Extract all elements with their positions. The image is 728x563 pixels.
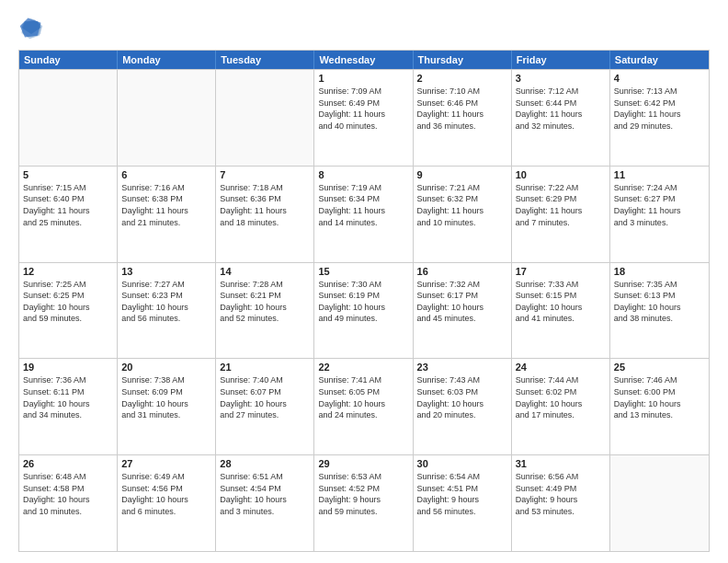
cell-info: Sunrise: 7:19 AM Sunset: 6:34 PM Dayligh… (318, 182, 408, 228)
calendar-cell: 25Sunrise: 7:46 AM Sunset: 6:00 PM Dayli… (610, 359, 709, 454)
cell-info: Sunrise: 7:16 AM Sunset: 6:38 PM Dayligh… (121, 182, 211, 228)
header-day-saturday: Saturday (610, 51, 709, 69)
calendar-cell (610, 455, 709, 551)
calendar-cell: 12Sunrise: 7:25 AM Sunset: 6:25 PM Dayli… (19, 263, 118, 359)
cell-info: Sunrise: 7:24 AM Sunset: 6:27 PM Dayligh… (614, 182, 705, 228)
cell-day-number: 20 (121, 362, 211, 373)
calendar-row-1: 1Sunrise: 7:09 AM Sunset: 6:49 PM Daylig… (19, 69, 709, 166)
header-day-tuesday: Tuesday (216, 51, 314, 69)
cell-day-number: 15 (318, 266, 408, 277)
calendar: SundayMondayTuesdayWednesdayThursdayFrid… (18, 50, 710, 552)
calendar-row-5: 26Sunrise: 6:48 AM Sunset: 4:58 PM Dayli… (19, 454, 709, 551)
cell-day-number: 19 (23, 362, 113, 373)
cell-info: Sunrise: 6:51 AM Sunset: 4:54 PM Dayligh… (220, 471, 310, 517)
calendar-body: 1Sunrise: 7:09 AM Sunset: 6:49 PM Daylig… (19, 69, 709, 551)
calendar-cell (216, 70, 314, 166)
calendar-cell: 2Sunrise: 7:10 AM Sunset: 6:46 PM Daylig… (414, 70, 512, 166)
cell-day-number: 12 (23, 266, 113, 277)
header-day-sunday: Sunday (19, 51, 118, 69)
cell-day-number: 25 (614, 362, 705, 373)
header-day-wednesday: Wednesday (314, 51, 413, 69)
cell-day-number: 22 (318, 362, 408, 373)
cell-info: Sunrise: 7:33 AM Sunset: 6:15 PM Dayligh… (516, 279, 606, 325)
cell-day-number: 21 (220, 362, 310, 373)
cell-info: Sunrise: 7:27 AM Sunset: 6:23 PM Dayligh… (121, 279, 211, 325)
calendar-cell: 29Sunrise: 6:53 AM Sunset: 4:52 PM Dayli… (314, 455, 413, 551)
calendar-cell (118, 70, 216, 166)
cell-day-number: 3 (516, 73, 606, 84)
cell-info: Sunrise: 7:28 AM Sunset: 6:21 PM Dayligh… (220, 279, 310, 325)
cell-info: Sunrise: 7:10 AM Sunset: 6:46 PM Dayligh… (417, 86, 507, 132)
calendar-cell: 28Sunrise: 6:51 AM Sunset: 4:54 PM Dayli… (216, 455, 314, 551)
cell-day-number: 4 (614, 73, 705, 84)
calendar-cell: 9Sunrise: 7:21 AM Sunset: 6:32 PM Daylig… (414, 167, 512, 262)
calendar-cell: 5Sunrise: 7:15 AM Sunset: 6:40 PM Daylig… (19, 167, 118, 262)
cell-info: Sunrise: 7:25 AM Sunset: 6:25 PM Dayligh… (23, 279, 113, 325)
cell-day-number: 26 (23, 458, 113, 469)
cell-info: Sunrise: 6:54 AM Sunset: 4:51 PM Dayligh… (417, 471, 507, 517)
cell-day-number: 18 (614, 266, 705, 277)
cell-day-number: 9 (417, 169, 507, 180)
cell-info: Sunrise: 6:53 AM Sunset: 4:52 PM Dayligh… (318, 471, 408, 517)
cell-day-number: 5 (23, 169, 113, 180)
page: SundayMondayTuesdayWednesdayThursdayFrid… (0, 0, 728, 563)
header-day-thursday: Thursday (414, 51, 512, 69)
calendar-row-3: 12Sunrise: 7:25 AM Sunset: 6:25 PM Dayli… (19, 262, 709, 359)
cell-day-number: 31 (516, 458, 606, 469)
calendar-cell: 10Sunrise: 7:22 AM Sunset: 6:29 PM Dayli… (512, 167, 610, 262)
cell-info: Sunrise: 7:41 AM Sunset: 6:05 PM Dayligh… (318, 374, 408, 420)
calendar-cell: 15Sunrise: 7:30 AM Sunset: 6:19 PM Dayli… (314, 263, 413, 359)
cell-info: Sunrise: 7:38 AM Sunset: 6:09 PM Dayligh… (121, 374, 211, 420)
cell-info: Sunrise: 7:43 AM Sunset: 6:03 PM Dayligh… (417, 374, 507, 420)
calendar-cell: 23Sunrise: 7:43 AM Sunset: 6:03 PM Dayli… (414, 359, 512, 454)
calendar-cell: 22Sunrise: 7:41 AM Sunset: 6:05 PM Dayli… (314, 359, 413, 454)
cell-info: Sunrise: 6:48 AM Sunset: 4:58 PM Dayligh… (23, 471, 113, 517)
calendar-cell: 11Sunrise: 7:24 AM Sunset: 6:27 PM Dayli… (610, 167, 709, 262)
cell-day-number: 10 (516, 169, 606, 180)
cell-day-number: 13 (121, 266, 211, 277)
calendar-cell: 13Sunrise: 7:27 AM Sunset: 6:23 PM Dayli… (118, 263, 216, 359)
calendar-cell: 27Sunrise: 6:49 AM Sunset: 4:56 PM Dayli… (118, 455, 216, 551)
calendar-row-2: 5Sunrise: 7:15 AM Sunset: 6:40 PM Daylig… (19, 166, 709, 262)
cell-info: Sunrise: 7:13 AM Sunset: 6:42 PM Dayligh… (614, 86, 705, 132)
cell-day-number: 7 (220, 169, 310, 180)
calendar-cell: 7Sunrise: 7:18 AM Sunset: 6:36 PM Daylig… (216, 167, 314, 262)
calendar-cell: 20Sunrise: 7:38 AM Sunset: 6:09 PM Dayli… (118, 359, 216, 454)
calendar-cell (19, 70, 118, 166)
cell-day-number: 14 (220, 266, 310, 277)
calendar-cell: 30Sunrise: 6:54 AM Sunset: 4:51 PM Dayli… (414, 455, 512, 551)
cell-day-number: 1 (318, 73, 408, 84)
calendar-cell: 17Sunrise: 7:33 AM Sunset: 6:15 PM Dayli… (512, 263, 610, 359)
cell-day-number: 23 (417, 362, 507, 373)
cell-day-number: 6 (121, 169, 211, 180)
calendar-cell: 31Sunrise: 6:56 AM Sunset: 4:49 PM Dayli… (512, 455, 610, 551)
cell-day-number: 28 (220, 458, 310, 469)
cell-day-number: 8 (318, 169, 408, 180)
calendar-cell: 14Sunrise: 7:28 AM Sunset: 6:21 PM Dayli… (216, 263, 314, 359)
cell-info: Sunrise: 7:09 AM Sunset: 6:49 PM Dayligh… (318, 86, 408, 132)
cell-day-number: 27 (121, 458, 211, 469)
cell-day-number: 11 (614, 169, 705, 180)
calendar-cell: 21Sunrise: 7:40 AM Sunset: 6:07 PM Dayli… (216, 359, 314, 454)
calendar-cell: 1Sunrise: 7:09 AM Sunset: 6:49 PM Daylig… (314, 70, 413, 166)
cell-info: Sunrise: 7:12 AM Sunset: 6:44 PM Dayligh… (516, 86, 606, 132)
cell-day-number: 2 (417, 73, 507, 84)
cell-info: Sunrise: 7:36 AM Sunset: 6:11 PM Dayligh… (23, 374, 113, 420)
cell-info: Sunrise: 7:30 AM Sunset: 6:19 PM Dayligh… (318, 279, 408, 325)
cell-day-number: 30 (417, 458, 507, 469)
calendar-cell: 26Sunrise: 6:48 AM Sunset: 4:58 PM Dayli… (19, 455, 118, 551)
cell-day-number: 17 (516, 266, 606, 277)
calendar-cell: 18Sunrise: 7:35 AM Sunset: 6:13 PM Dayli… (610, 263, 709, 359)
calendar-cell: 24Sunrise: 7:44 AM Sunset: 6:02 PM Dayli… (512, 359, 610, 454)
calendar-cell: 4Sunrise: 7:13 AM Sunset: 6:42 PM Daylig… (610, 70, 709, 166)
cell-day-number: 29 (318, 458, 408, 469)
calendar-cell: 16Sunrise: 7:32 AM Sunset: 6:17 PM Dayli… (414, 263, 512, 359)
cell-day-number: 24 (516, 362, 606, 373)
cell-info: Sunrise: 7:44 AM Sunset: 6:02 PM Dayligh… (516, 374, 606, 420)
calendar-header: SundayMondayTuesdayWednesdayThursdayFrid… (19, 51, 709, 69)
calendar-row-4: 19Sunrise: 7:36 AM Sunset: 6:11 PM Dayli… (19, 358, 709, 454)
header (18, 15, 710, 40)
cell-info: Sunrise: 6:49 AM Sunset: 4:56 PM Dayligh… (121, 471, 211, 517)
calendar-cell: 8Sunrise: 7:19 AM Sunset: 6:34 PM Daylig… (314, 167, 413, 262)
cell-info: Sunrise: 7:40 AM Sunset: 6:07 PM Dayligh… (220, 374, 310, 420)
